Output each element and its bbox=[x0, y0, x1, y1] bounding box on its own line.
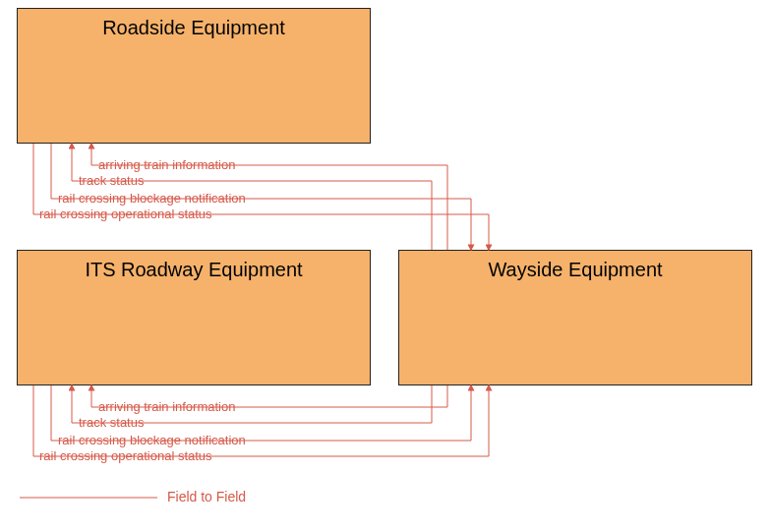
flow-label: track status bbox=[79, 173, 144, 188]
flow-label: rail crossing blockage notification bbox=[58, 191, 246, 206]
flow-label: arriving train information bbox=[98, 157, 235, 172]
flow-label: rail crossing operational status bbox=[39, 207, 212, 221]
wayside-equipment-title: Wayside Equipment bbox=[399, 259, 751, 281]
wayside-equipment-node: Wayside Equipment bbox=[398, 250, 752, 385]
flow-label: rail crossing blockage notification bbox=[58, 433, 246, 447]
its-roadway-equipment-node: ITS Roadway Equipment bbox=[17, 250, 371, 385]
roadside-equipment-node: Roadside Equipment bbox=[17, 8, 371, 144]
roadside-equipment-title: Roadside Equipment bbox=[18, 17, 370, 39]
legend-label: Field to Field bbox=[167, 489, 246, 504]
flow-label: rail crossing operational status bbox=[39, 448, 212, 463]
its-roadway-equipment-title: ITS Roadway Equipment bbox=[18, 259, 370, 281]
flow-label: arriving train information bbox=[98, 399, 235, 414]
flow-label: track status bbox=[79, 415, 144, 430]
